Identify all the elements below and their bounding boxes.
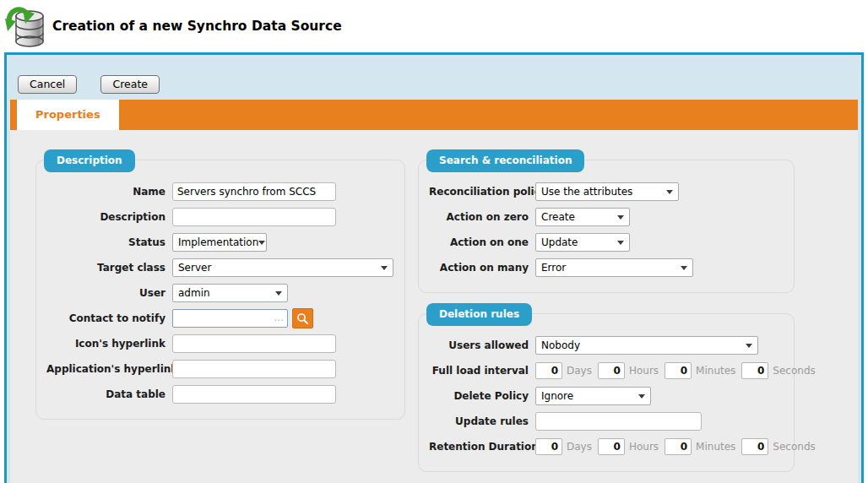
- name-label: Name: [46, 186, 172, 198]
- target-class-row: Target class Server: [46, 258, 394, 277]
- retention-duration-label: Retention Duration: [429, 441, 535, 453]
- status-value: Implementation: [178, 236, 258, 248]
- application-hyperlink-label: Application's hyperlink: [46, 363, 172, 375]
- action-on-many-select[interactable]: Error: [535, 258, 693, 277]
- action-on-many-label: Action on many: [429, 262, 535, 274]
- icon-hyperlink-input[interactable]: [172, 334, 336, 353]
- chevron-down-icon: [746, 344, 752, 351]
- seconds-unit-label: Seconds: [773, 441, 815, 453]
- minutes-unit-label: Minutes: [696, 365, 735, 377]
- hours-unit-label: Hours: [629, 441, 659, 453]
- full-load-interval-label: Full load interval: [429, 365, 535, 377]
- chevron-down-icon: [381, 266, 388, 274]
- create-button[interactable]: Create: [100, 75, 160, 94]
- users-allowed-row: Users allowed Nobody: [429, 336, 784, 355]
- form-panel: Properties Description Name Description: [10, 100, 858, 483]
- user-select[interactable]: admin: [172, 284, 288, 302]
- full-load-days-input[interactable]: [535, 362, 562, 379]
- user-value: admin: [178, 287, 210, 299]
- action-on-zero-label: Action on zero: [429, 211, 535, 223]
- action-on-one-row: Action on one Update: [429, 233, 784, 252]
- delete-policy-value: Ignore: [541, 390, 573, 402]
- update-rules-input[interactable]: [535, 412, 702, 431]
- chevron-down-icon: [258, 241, 265, 248]
- action-on-one-label: Action on one: [429, 236, 535, 248]
- name-input[interactable]: [172, 182, 336, 201]
- hours-unit-label: Hours: [629, 365, 659, 377]
- synchro-data-source-icon: [4, 3, 46, 50]
- update-rules-label: Update rules: [429, 415, 535, 427]
- user-label: User: [46, 287, 172, 299]
- users-allowed-label: Users allowed: [429, 339, 535, 351]
- page-title: Creation of a new Synchro Data Source: [52, 19, 342, 34]
- chevron-down-icon: [638, 394, 645, 402]
- description-label: Description: [46, 211, 172, 223]
- page-header: Creation of a new Synchro Data Source: [0, 0, 868, 52]
- chevron-down-icon: [681, 266, 687, 274]
- action-on-zero-select[interactable]: Create: [535, 208, 630, 226]
- panel-body: Description Name Description Status Impl…: [10, 130, 858, 483]
- magnifier-icon: [296, 312, 309, 325]
- action-on-one-select[interactable]: Update: [535, 233, 630, 252]
- delete-policy-select[interactable]: Ignore: [535, 387, 651, 405]
- status-label: Status: [46, 236, 172, 248]
- reconciliation-policy-select[interactable]: Use the attributes: [535, 182, 679, 201]
- action-on-one-value: Update: [541, 236, 578, 248]
- target-class-label: Target class: [46, 262, 172, 274]
- delete-policy-label: Delete Policy: [429, 390, 535, 402]
- action-on-zero-row: Action on zero Create: [429, 208, 784, 226]
- toolbar: Cancel Create: [10, 55, 858, 100]
- main-frame: Cancel Create Properties Description Nam…: [4, 52, 864, 483]
- chevron-down-icon: [275, 291, 282, 299]
- data-table-input[interactable]: [172, 385, 336, 404]
- icon-hyperlink-label: Icon's hyperlink: [46, 338, 172, 350]
- target-class-value: Server: [178, 262, 211, 274]
- target-class-select[interactable]: Server: [172, 258, 393, 277]
- tab-bar: Properties: [10, 100, 858, 130]
- deletion-rules-fieldset: Deletion rules Users allowed Nobody Full…: [418, 313, 795, 472]
- retention-seconds-input[interactable]: [741, 438, 768, 455]
- full-load-hours-input[interactable]: [598, 362, 625, 379]
- contact-to-notify-label: Contact to notify: [46, 312, 172, 324]
- full-load-minutes-input[interactable]: [665, 362, 692, 379]
- contact-to-notify-input[interactable]: [172, 309, 288, 328]
- description-row: Description: [46, 208, 394, 226]
- seconds-unit-label: Seconds: [773, 365, 815, 377]
- data-table-label: Data table: [46, 388, 172, 400]
- action-on-many-row: Action on many Error: [429, 258, 784, 277]
- search-reconciliation-fieldset: Search & reconciliation Reconciliation p…: [418, 160, 795, 293]
- search-reconciliation-legend: Search & reconciliation: [426, 149, 584, 172]
- chevron-down-icon: [617, 215, 624, 223]
- contact-search-button[interactable]: [292, 308, 313, 328]
- description-legend: Description: [44, 149, 135, 172]
- full-load-seconds-input[interactable]: [741, 362, 768, 379]
- reconciliation-policy-label: Reconciliation policy: [429, 186, 535, 198]
- application-hyperlink-row: Application's hyperlink: [46, 360, 394, 378]
- users-allowed-value: Nobody: [541, 339, 580, 351]
- user-row: User admin: [46, 284, 394, 302]
- name-row: Name: [46, 182, 394, 201]
- days-unit-label: Days: [567, 365, 592, 377]
- application-hyperlink-input[interactable]: [172, 360, 336, 378]
- retention-hours-input[interactable]: [598, 438, 625, 455]
- minutes-unit-label: Minutes: [696, 441, 735, 453]
- retention-duration-row: Retention Duration Days Hours Minutes Se…: [429, 437, 784, 456]
- action-on-many-value: Error: [541, 262, 566, 274]
- cancel-button[interactable]: Cancel: [18, 75, 77, 94]
- action-on-zero-value: Create: [541, 211, 575, 223]
- description-input[interactable]: [172, 208, 336, 226]
- description-fieldset: Description Name Description Status Impl…: [35, 160, 405, 420]
- chevron-down-icon: [666, 190, 673, 198]
- reconciliation-policy-row: Reconciliation policy Use the attributes: [429, 182, 784, 201]
- status-row: Status Implementation: [46, 233, 394, 252]
- retention-days-input[interactable]: [535, 438, 562, 455]
- status-select[interactable]: Implementation: [172, 233, 267, 252]
- users-allowed-select[interactable]: Nobody: [535, 336, 758, 355]
- tab-properties[interactable]: Properties: [17, 100, 119, 130]
- update-rules-row: Update rules: [429, 412, 784, 431]
- days-unit-label: Days: [567, 441, 592, 453]
- chevron-down-icon: [617, 241, 624, 248]
- contact-to-notify-row: Contact to notify ...: [46, 309, 394, 328]
- icon-hyperlink-row: Icon's hyperlink: [46, 334, 394, 353]
- retention-minutes-input[interactable]: [665, 438, 692, 455]
